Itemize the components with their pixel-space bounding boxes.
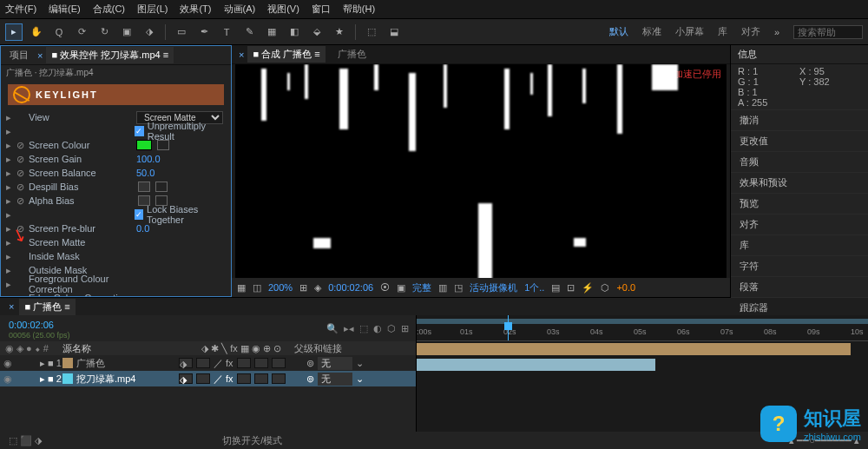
eraser-tool-icon[interactable]: ◧ [286, 23, 303, 41]
shy-icon[interactable]: ⬚ [359, 323, 368, 334]
prop-lock[interactable]: ▸✓ Lock Biases Together [1, 208, 231, 221]
graph-icon[interactable]: ⬡ [601, 282, 609, 294]
panel-link-预览[interactable]: 预览 [731, 193, 868, 214]
panel-link-对齐[interactable]: 对齐 [731, 214, 868, 234]
selection-tool-icon[interactable]: ▸ [5, 23, 23, 41]
watermark-icon: ? [760, 406, 797, 442]
rect-tool-icon[interactable]: ▭ [173, 23, 190, 41]
hand-tool-icon[interactable]: ✋ [28, 23, 45, 41]
panel-link-库[interactable]: 库 [731, 234, 868, 255]
tab-effect-controls[interactable]: ■ 效果控件 挖刀绿幕.mp4 ≡ [46, 47, 174, 63]
info-panel: 信息 R : 1G : 1B : 1A : 255 X : 95Y : 382 … [731, 45, 868, 297]
info-title: 信息 [731, 45, 868, 64]
menu-合成(C)[interactable]: 合成(C) [93, 3, 125, 16]
panel-link-音频[interactable]: 音频 [731, 151, 868, 172]
panel-link-更改值[interactable]: 更改值 [731, 130, 868, 151]
info-values: R : 1G : 1B : 1A : 255 X : 95Y : 382 [731, 64, 868, 109]
rotate-tool-icon[interactable]: ↻ [95, 23, 113, 41]
comp-mini-icon[interactable]: ▸◂ [344, 323, 354, 334]
prop-dbias[interactable]: ▸⊘Despill Bias [1, 180, 231, 194]
menu-编辑(E)[interactable]: 编辑(E) [49, 3, 81, 16]
prop-sbal[interactable]: ▸⊘Screen Balance50.0 [1, 166, 231, 180]
search-layers-icon[interactable]: 🔍 [326, 323, 339, 334]
region-icon[interactable]: ▣ [397, 282, 405, 294]
exposure-value[interactable]: +0.0 [616, 282, 635, 293]
roto-tool-icon[interactable]: ⬙ [308, 23, 326, 41]
menu-动画(A)[interactable]: 动画(A) [224, 3, 256, 16]
tab-timeline[interactable]: ■ 广播色 ≡ [19, 299, 75, 315]
pan-behind-tool-icon[interactable]: ⬗ [141, 23, 158, 41]
workspace-库[interactable]: 库 [718, 25, 727, 38]
snapshot-icon[interactable]: ⦿ [380, 282, 390, 293]
camera-tool-icon[interactable]: ▣ [118, 23, 135, 41]
channel-icon[interactable]: ◫ [253, 282, 261, 294]
prop-unpre[interactable]: ▸✓ Unpremultiply Result [1, 124, 231, 138]
prop-imask[interactable]: ▸Inside Mask [1, 249, 231, 263]
panel-link-字符[interactable]: 字符 [731, 255, 868, 276]
time-ruler[interactable]: :00s01s02s03s04s05s06s07s08s09s10s [417, 315, 868, 341]
watermark: ? 知识屋zhishiwu.com [760, 406, 861, 442]
effect-controls-panel: 项目 × ■ 效果控件 挖刀绿幕.mp4 ≡ 广播色 · 挖刀绿幕.mp4 KE… [0, 45, 232, 297]
toggle-switches-button[interactable]: 切换开关/模式 [222, 434, 282, 447]
grid-icon[interactable]: ▦ [237, 282, 246, 294]
mask-icon[interactable]: ◈ [314, 282, 321, 294]
align-icon[interactable]: ⬓ [385, 23, 403, 41]
views-dropdown[interactable]: 1个.. [524, 281, 544, 294]
breadcrumb: 广播色 · 挖刀绿幕.mp4 [1, 65, 231, 81]
prop-sgain[interactable]: ▸⊘Screen Gain100.0 [1, 152, 231, 166]
tab-composition[interactable]: ■ 合成 广播色 ≡ [247, 46, 325, 63]
panel-link-效果和预设[interactable]: 效果和预设 [731, 172, 868, 193]
toggle-shy-icon[interactable]: ⬚ ⬛ ⬗ [9, 435, 42, 446]
orbit-tool-icon[interactable]: ⟳ [73, 23, 90, 41]
search-help-input[interactable] [793, 25, 863, 39]
camera-dropdown[interactable]: 活动摄像机 [470, 281, 517, 294]
prop-smatte[interactable]: ▸Screen Matte [1, 235, 231, 249]
graph-editor-icon[interactable]: ⊞ [401, 323, 409, 334]
zoom-level[interactable]: 200% [268, 282, 293, 293]
workspace-对齐[interactable]: 对齐 [741, 25, 760, 38]
resolution-dropdown[interactable]: 完整 [412, 281, 431, 294]
fx-icon[interactable]: ⬡ [387, 323, 396, 334]
tool-bar: ▸ ✋ Q ⟳ ↻ ▣ ⬗ ▭ ✒ T ✎ ▦ ◧ ⬙ ★ ⬚ ⬓ 默认标准小屏… [0, 19, 868, 45]
res-icon[interactable]: ⊞ [299, 282, 307, 294]
menu-bar: 文件(F)编辑(E)合成(C)图层(L)效果(T)动画(A)视图(V)窗口帮助(… [0, 0, 868, 19]
brush-tool-icon[interactable]: ✎ [240, 23, 258, 41]
puppet-tool-icon[interactable]: ★ [331, 23, 348, 41]
panel-link-撤消[interactable]: 撤消 [731, 109, 868, 130]
workspace-标准[interactable]: 标准 [642, 25, 661, 38]
tab-project[interactable]: 项目 [4, 47, 34, 63]
pen-tool-icon[interactable]: ✒ [195, 23, 213, 41]
pixel-icon[interactable]: ⊡ [567, 282, 575, 294]
menu-视图(V)[interactable]: 视图(V) [267, 3, 299, 16]
viewer-footer: ▦ ◫ 200% ⊞ ◈ 0:00:02:06 ⦿ ▣ 完整 ▥ ◳ 活动摄像机… [232, 278, 730, 297]
workspace-小屏幕[interactable]: 小屏幕 [675, 25, 704, 38]
view-opts-icon[interactable]: ▤ [551, 282, 560, 294]
prop-fgcc[interactable]: ▸Foreground Colour Correction [1, 277, 231, 291]
menu-文件(F)[interactable]: 文件(F) [5, 3, 36, 16]
type-tool-icon[interactable]: T [218, 23, 235, 41]
keylight-logo: KEYLIGHT [8, 84, 224, 105]
clone-tool-icon[interactable]: ▦ [263, 23, 280, 41]
layer-row-2[interactable]: ◉▸ ■ 2挖刀绿幕.mp4⬗／ fx⊚无⌄ [0, 371, 416, 386]
composition-panel: × ■ 合成 广播色 ≡ 广播色 显示加速已停用 ▦ ◫ 200% ⊞ ◈ 0:… [232, 45, 731, 297]
panel-link-段落[interactable]: 段落 [731, 276, 868, 297]
layer-row-1[interactable]: ◉▸ ■ 1广播色⬗／ fx⊚无⌄ [0, 355, 416, 371]
menu-图层(L)[interactable]: 图层(L) [137, 3, 168, 16]
guides-icon[interactable]: ▥ [438, 282, 447, 294]
timeline-timecode[interactable]: 0:00:02:0600056 (25.00 fps) [0, 315, 79, 341]
menu-帮助(H)[interactable]: 帮助(H) [343, 3, 375, 16]
snap-icon[interactable]: ⬚ [363, 23, 380, 41]
timeline-panel: × ■ 广播色 ≡ 0:00:02:0600056 (25.00 fps) 🔍 … [0, 297, 868, 449]
workspace-默认[interactable]: 默认 [609, 25, 628, 38]
side-panels-list: 撤消更改值音频效果和预设预览对齐库字符段落跟踪器 [731, 109, 868, 318]
composition-viewer[interactable]: 显示加速已停用 [235, 64, 727, 278]
menu-窗口[interactable]: 窗口 [312, 3, 331, 16]
blur-icon[interactable]: ◐ [373, 323, 382, 334]
menu-效果(T)[interactable]: 效果(T) [180, 3, 211, 16]
current-time[interactable]: 0:00:02:06 [328, 282, 373, 293]
3d-icon[interactable]: ◳ [454, 282, 463, 294]
zoom-tool-icon[interactable]: Q [50, 23, 68, 41]
fast-icon[interactable]: ⚡ [582, 282, 594, 294]
timeline-columns-header: ◉ ◈ ● ⬥ # 源名称 ⬗ ✱ ╲ fx ▦ ◉ ⊕ ⊙ 父级和链接 [0, 341, 416, 355]
property-list: ▸ViewScreen Matte▸✓ Unpremultiply Result… [1, 109, 231, 296]
